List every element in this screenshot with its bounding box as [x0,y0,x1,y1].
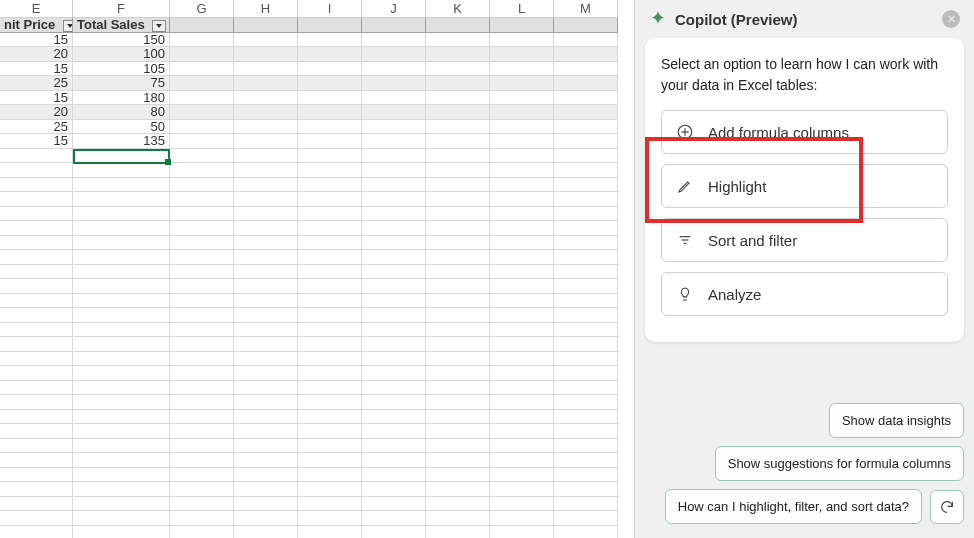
cell[interactable] [490,105,554,120]
cell[interactable] [554,497,618,512]
cell[interactable] [426,526,490,539]
cell[interactable] [490,294,554,309]
cell[interactable] [234,76,298,91]
cell[interactable] [426,207,490,222]
cell[interactable] [234,250,298,265]
cell[interactable] [490,424,554,439]
cell[interactable]: 15 [0,62,73,77]
cell[interactable] [554,424,618,439]
cell[interactable] [234,105,298,120]
cell[interactable] [234,395,298,410]
cell[interactable] [234,366,298,381]
cell[interactable] [426,221,490,236]
cell[interactable] [0,149,73,164]
cell[interactable] [170,134,234,149]
cell[interactable] [362,424,426,439]
cell[interactable] [298,265,362,280]
cell[interactable] [234,337,298,352]
cell[interactable] [362,323,426,338]
cell[interactable] [234,381,298,396]
cell[interactable] [170,47,234,62]
cell[interactable] [298,134,362,149]
cell[interactable] [426,33,490,48]
cell[interactable] [426,47,490,62]
cell[interactable] [426,163,490,178]
cell[interactable] [554,410,618,425]
cell[interactable] [362,207,426,222]
cell[interactable] [298,236,362,251]
cell[interactable] [234,424,298,439]
cell[interactable] [298,120,362,135]
cell[interactable] [234,410,298,425]
cell[interactable] [0,192,73,207]
col-header-h[interactable]: H [234,0,298,18]
cell[interactable] [490,250,554,265]
cell[interactable]: 105 [73,62,170,77]
cell[interactable] [426,236,490,251]
cell[interactable] [362,33,426,48]
cell[interactable] [170,294,234,309]
cell[interactable] [554,468,618,483]
cell[interactable] [362,62,426,77]
cell[interactable] [426,439,490,454]
cell[interactable] [234,352,298,367]
cell[interactable] [490,236,554,251]
cell[interactable] [554,323,618,338]
cell[interactable] [554,337,618,352]
cell[interactable] [73,453,170,468]
cell[interactable] [73,149,170,164]
cell[interactable] [426,149,490,164]
cell[interactable] [554,511,618,526]
cell[interactable] [170,511,234,526]
cell[interactable] [0,453,73,468]
cell[interactable] [554,308,618,323]
cell[interactable] [234,482,298,497]
cell[interactable] [554,105,618,120]
option-highlight[interactable]: Highlight [661,164,948,208]
cell[interactable] [298,323,362,338]
cell[interactable] [362,76,426,91]
cell[interactable] [490,120,554,135]
cell[interactable] [362,468,426,483]
cell[interactable] [554,33,618,48]
cell[interactable]: 135 [73,134,170,149]
cell[interactable] [362,120,426,135]
cell[interactable] [0,482,73,497]
cell[interactable] [170,352,234,367]
col-header-f[interactable]: F [73,0,170,18]
cell[interactable] [234,439,298,454]
cell[interactable] [170,526,234,539]
cell[interactable] [490,221,554,236]
cell[interactable] [490,482,554,497]
cell[interactable] [0,381,73,396]
cell[interactable] [170,323,234,338]
cell[interactable] [490,511,554,526]
cell[interactable] [73,511,170,526]
cell[interactable] [170,424,234,439]
filter-icon[interactable] [63,20,73,32]
cell[interactable] [73,294,170,309]
cell[interactable] [426,511,490,526]
cell[interactable] [0,294,73,309]
cell[interactable] [298,395,362,410]
cell[interactable] [362,511,426,526]
cell[interactable] [554,120,618,135]
cell[interactable] [73,337,170,352]
cell[interactable] [490,47,554,62]
cell[interactable] [554,192,618,207]
cell[interactable] [170,439,234,454]
cell[interactable] [426,294,490,309]
suggestion-formula-columns[interactable]: Show suggestions for formula columns [715,446,964,481]
cell[interactable] [554,163,618,178]
cell[interactable] [490,323,554,338]
suggestion-show-data-insights[interactable]: Show data insights [829,403,964,438]
cell[interactable] [490,18,554,33]
cell[interactable] [298,366,362,381]
cell[interactable] [490,308,554,323]
cell[interactable] [298,105,362,120]
cell[interactable] [170,381,234,396]
cell[interactable] [0,279,73,294]
cell[interactable] [298,526,362,539]
cell[interactable] [426,410,490,425]
col-header-i[interactable]: I [298,0,362,18]
